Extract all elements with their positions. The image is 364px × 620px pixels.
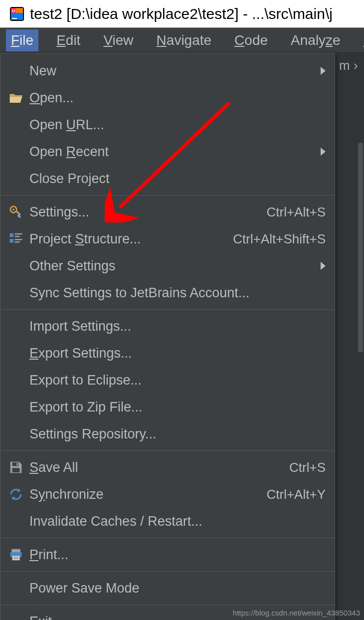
submenu-arrow-icon (321, 262, 326, 270)
menu-item-label: Synchronize (29, 487, 262, 502)
svg-rect-17 (11, 549, 20, 552)
icon-placeholder (7, 284, 24, 301)
svg-rect-10 (15, 236, 20, 237)
window-title: test2 [D:\idea workplace2\test2] - ...\s… (30, 5, 333, 22)
file-menu-item-close-project[interactable]: Close Project (0, 165, 335, 192)
file-menu-item-settings[interactable]: Settings...Ctrl+Alt+S (0, 199, 335, 225)
menu-item-label: Export Settings... (29, 346, 326, 361)
editor-scrollbar[interactable] (358, 143, 363, 352)
file-menu-item-settings-repository[interactable]: Settings Repository... (0, 420, 335, 447)
icon-placeholder (7, 372, 24, 389)
icon-placeholder (7, 345, 24, 362)
icon-placeholder (7, 613, 24, 620)
workspace-area: m › NewOpen...Open URL...Open RecentClos… (0, 53, 364, 620)
menu-item-edit[interactable]: Edit (51, 29, 85, 51)
menu-separator (0, 605, 335, 605)
menu-item-label: Open URL... (29, 117, 326, 133)
svg-rect-15 (12, 468, 20, 472)
menu-item-label: New (29, 63, 316, 79)
menu-item-label: Settings... (29, 205, 262, 220)
main-menu-bar: FileEditViewNavigateCodeAnalyzeRe (0, 28, 364, 53)
svg-rect-21 (13, 559, 18, 559)
svg-rect-5 (12, 18, 17, 19)
file-menu-item-power-save-mode[interactable]: Power Save Mode (0, 575, 335, 602)
submenu-arrow-icon (321, 148, 326, 156)
menu-item-label: View (103, 32, 133, 48)
menu-item-label: Save All (29, 460, 284, 475)
file-menu-item-open-recent[interactable]: Open Recent (0, 138, 335, 165)
file-menu-item-new[interactable]: New (0, 57, 335, 84)
svg-rect-16 (16, 463, 18, 465)
file-menu-item-project-structure[interactable]: Project Structure...Ctrl+Alt+Shift+S (0, 225, 335, 252)
file-menu-item-invalidate-caches-restart[interactable]: Invalidate Caches / Restart... (0, 508, 335, 535)
folder-open-icon (7, 89, 24, 106)
menu-item-label: Sync Settings to JetBrains Account... (29, 285, 326, 301)
icon-placeholder (7, 116, 24, 133)
file-menu-item-export-settings[interactable]: Export Settings... (0, 340, 335, 367)
menu-separator (0, 571, 335, 572)
menu-item-analyze[interactable]: Analyze (286, 29, 346, 51)
file-menu-item-other-settings[interactable]: Other Settings (0, 252, 335, 279)
file-menu-item-open[interactable]: Open... (0, 84, 335, 111)
file-menu-item-open-url[interactable]: Open URL... (0, 111, 335, 138)
svg-text:IJ: IJ (12, 8, 15, 13)
file-menu-item-export-to-zip-file[interactable]: Export to Zip File... (0, 394, 335, 420)
menu-item-shortcut: Ctrl+Alt+Shift+S (233, 231, 326, 247)
menu-item-label: Edit (56, 32, 80, 48)
svg-rect-12 (15, 239, 22, 240)
settings-icon (7, 204, 24, 220)
menu-item-re[interactable]: Re (359, 29, 364, 51)
icon-placeholder (7, 143, 24, 160)
menu-item-shortcut: Ctrl+Alt+Y (267, 487, 326, 502)
menu-item-label: Navigate (157, 32, 212, 48)
menu-separator (0, 195, 335, 196)
intellij-logo-icon: IJ (9, 6, 25, 22)
file-menu-item-import-settings[interactable]: Import Settings... (0, 313, 335, 340)
icon-placeholder (7, 513, 24, 530)
submenu-arrow-icon (321, 67, 326, 75)
menu-item-label: Open Recent (29, 144, 316, 160)
menu-item-code[interactable]: Code (229, 29, 273, 51)
window-titlebar: IJ test2 [D:\idea workplace2\test2] - ..… (0, 0, 364, 28)
menu-separator (0, 538, 335, 538)
svg-rect-9 (15, 233, 22, 235)
file-menu-item-save-all[interactable]: Save AllCtrl+S (0, 454, 335, 481)
menu-item-label: Import Settings... (29, 319, 326, 334)
svg-rect-8 (10, 233, 14, 237)
file-menu-item-sync-settings-to-jetbrains-account[interactable]: Sync Settings to JetBrains Account... (0, 279, 335, 306)
menu-item-label: Settings Repository... (29, 426, 326, 442)
menu-item-label: Code (234, 32, 268, 48)
file-menu-item-print[interactable]: Print... (0, 541, 335, 568)
watermark-text: https://blog.csdn.net/weixin_43850343 (233, 609, 360, 617)
project-structure-icon (7, 230, 24, 247)
file-menu-item-synchronize[interactable]: SynchronizeCtrl+Alt+Y (0, 481, 335, 508)
menu-item-label: Project Structure... (29, 231, 228, 247)
menu-separator (0, 450, 335, 451)
print-icon (7, 546, 24, 563)
icon-placeholder (7, 257, 24, 274)
svg-rect-11 (10, 239, 14, 243)
svg-rect-20 (13, 557, 18, 558)
icon-placeholder (7, 425, 24, 442)
menu-item-label: Analyze (291, 32, 341, 48)
menu-item-label: Power Save Mode (29, 581, 326, 596)
menu-item-navigate[interactable]: Navigate (152, 29, 217, 51)
menu-separator (0, 309, 335, 310)
menu-item-file[interactable]: File (6, 29, 38, 51)
menu-item-label: Export to Eclipse... (29, 373, 326, 388)
svg-rect-2 (16, 8, 23, 13)
menu-item-label: Export to Zip File... (29, 400, 326, 415)
sync-icon (7, 486, 24, 503)
svg-rect-19 (12, 556, 20, 561)
file-menu-dropdown: NewOpen...Open URL...Open RecentClose Pr… (0, 53, 335, 620)
menu-item-label: Invalidate Caches / Restart... (29, 514, 326, 529)
menu-item-shortcut: Ctrl+Alt+S (267, 205, 326, 220)
svg-point-7 (12, 208, 14, 210)
file-menu-item-export-to-eclipse[interactable]: Export to Eclipse... (0, 367, 335, 394)
menu-item-label: Open... (29, 90, 326, 106)
icon-placeholder (7, 399, 24, 415)
menu-item-label: File (11, 32, 33, 48)
menu-item-view[interactable]: View (98, 29, 138, 51)
icon-placeholder (7, 580, 24, 597)
icon-placeholder (7, 62, 24, 79)
